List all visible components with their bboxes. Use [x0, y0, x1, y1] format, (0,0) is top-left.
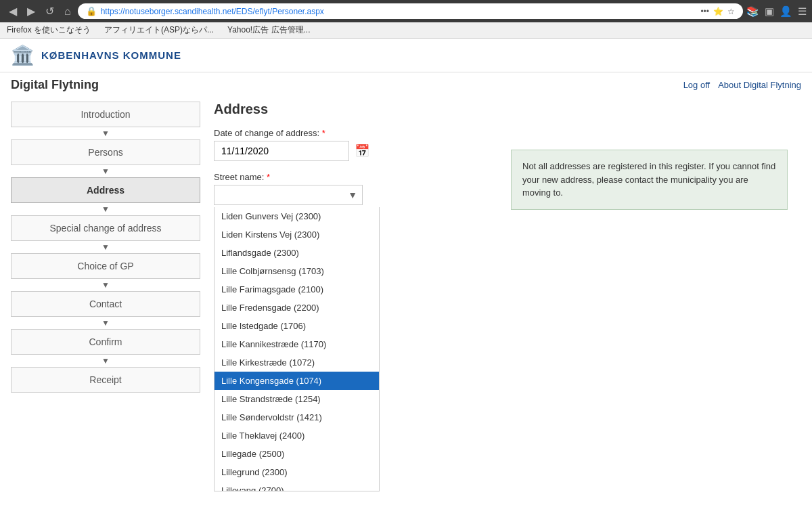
- sidebar-arrow-1: ▼: [11, 129, 200, 138]
- sidebar-item-contact[interactable]: Contact: [11, 291, 200, 317]
- dropdown-item-12[interactable]: Lille Theklavej (2400): [215, 426, 379, 445]
- more-icon: •••: [700, 7, 709, 16]
- info-section: Not all addresses are registered in this…: [511, 128, 788, 210]
- logo-area: 🏛️ KØBENHAVNS KOMMUNE: [11, 44, 181, 66]
- dropdown-item-4[interactable]: Lille Farimagsgade (2100): [215, 280, 379, 299]
- dropdown-item-3[interactable]: Lille Colbjørnsensg (1703): [215, 262, 379, 280]
- main-content: Introduction ▼ Persons ▼ Address ▼ Speci…: [0, 95, 812, 505]
- sidebar-item-special[interactable]: Special change of address: [11, 215, 200, 241]
- sidebar-label-receipt: Receipt: [89, 374, 121, 385]
- street-dropdown[interactable]: Liden Gunvers Vej (2300) Liden Kirstens …: [214, 207, 380, 491]
- date-label: Date of change of address: *: [214, 128, 491, 138]
- street-select-wrap: ▼: [214, 185, 363, 205]
- back-btn[interactable]: ◀: [5, 3, 20, 19]
- sidebar-arrow-2: ▼: [11, 167, 200, 176]
- dropdown-item-0[interactable]: Liden Gunvers Vej (2300): [215, 207, 379, 225]
- dropdown-item-7[interactable]: Lille Kannikestræde (1170): [215, 335, 379, 353]
- sidebar-label-introduction: Introduction: [81, 109, 130, 120]
- tab-icon[interactable]: ▣: [765, 5, 774, 18]
- info-box: Not all addresses are registered in this…: [511, 150, 788, 210]
- dropdown-item-9[interactable]: Lille Kongensgade (1074): [215, 372, 379, 390]
- page-title-bar: Digital Flytning Log off About Digital F…: [0, 72, 812, 95]
- page-title: Digital Flytning: [11, 78, 99, 92]
- dropdown-item-14[interactable]: Lillegrund (2300): [215, 463, 379, 481]
- browser-toolbar: Firefox を使いこなそう アフィリエイト(ASP)ならパ... Yahoo…: [0, 22, 812, 39]
- home-btn[interactable]: ⌂: [61, 4, 74, 19]
- dropdown-item-8[interactable]: Lille Kirkestræde (1072): [215, 353, 379, 372]
- form-section: Date of change of address: * 📅 Street na…: [214, 128, 491, 505]
- sidebar-item-introduction[interactable]: Introduction: [11, 102, 200, 127]
- library-icon[interactable]: 📚: [746, 5, 759, 18]
- sidebar-label-persons: Persons: [88, 147, 122, 158]
- sidebar-arrow-5: ▼: [11, 280, 200, 290]
- sidebar: Introduction ▼ Persons ▼ Address ▼ Speci…: [11, 95, 200, 505]
- sidebar-arrow-7: ▼: [11, 356, 200, 366]
- street-select[interactable]: [214, 185, 363, 205]
- menu-icon[interactable]: ☰: [798, 5, 807, 18]
- browser-right-icons: 📚 ▣ 👤 ☰: [746, 5, 807, 18]
- browser-chrome: ◀ ▶ ↺ ⌂ 🔒 https://notuseborger.scandihea…: [0, 0, 812, 22]
- dropdown-item-1[interactable]: Liden Kirstens Vej (2300): [215, 225, 379, 244]
- lock-icon: 🔒: [86, 6, 97, 16]
- bookmark-icon: ⭐: [713, 7, 723, 16]
- sidebar-item-persons[interactable]: Persons: [11, 139, 200, 165]
- page-header: 🏛️ KØBENHAVNS KOMMUNE: [0, 39, 812, 72]
- sidebar-item-address[interactable]: Address: [11, 177, 200, 203]
- about-link[interactable]: About Digital Flytning: [718, 80, 801, 90]
- sidebar-arrow-6: ▼: [11, 318, 200, 328]
- calendar-icon[interactable]: 📅: [355, 144, 369, 158]
- sidebar-item-gp[interactable]: Choice of GP: [11, 253, 200, 279]
- sidebar-item-receipt[interactable]: Receipt: [11, 367, 200, 393]
- date-input-wrap: 📅: [214, 141, 491, 161]
- logo-text: KØBENHAVNS KOMMUNE: [41, 49, 181, 61]
- logo-icon: 🏛️: [11, 44, 35, 66]
- bookmark-firefox[interactable]: Firefox を使いこなそう: [7, 24, 91, 36]
- sidebar-arrow-4: ▼: [11, 242, 200, 252]
- sidebar-label-confirm: Confirm: [89, 336, 122, 347]
- sidebar-arrow-3: ▼: [11, 204, 200, 214]
- forward-btn[interactable]: ▶: [24, 3, 39, 19]
- address-bar[interactable]: 🔒 https://notuseborger.scandihealth.net/…: [78, 3, 743, 19]
- street-required: *: [267, 172, 270, 182]
- section-title: Address: [214, 102, 788, 117]
- dropdown-item-15[interactable]: Lillevang (2700): [215, 481, 379, 491]
- dropdown-item-6[interactable]: Lille Istedgade (1706): [215, 317, 379, 335]
- dropdown-item-5[interactable]: Lille Fredensgade (2200): [215, 299, 379, 317]
- bookmark-asp[interactable]: アフィリエイト(ASP)ならパ...: [104, 24, 214, 36]
- street-row: Street name: * ▼ Liden Gunvers Vej (2300…: [214, 172, 491, 205]
- url-text: https://notuseborger.scandihealth.net/ED…: [101, 7, 697, 16]
- date-required: *: [322, 128, 325, 138]
- star-icon: ☆: [727, 7, 735, 16]
- sidebar-label-contact: Contact: [89, 299, 122, 309]
- bookmark-yahoo[interactable]: Yahoo!広告 広告管理...: [227, 24, 310, 36]
- sidebar-label-address: Address: [87, 185, 125, 196]
- right-content: Address Date of change of address: * 📅: [200, 95, 801, 505]
- sidebar-label-gp: Choice of GP: [77, 261, 133, 271]
- dropdown-item-10[interactable]: Lille Strandstræde (1254): [215, 390, 379, 408]
- street-label: Street name: *: [214, 172, 491, 182]
- reload-btn[interactable]: ↺: [42, 3, 58, 19]
- date-input[interactable]: [214, 141, 349, 161]
- dropdown-item-2[interactable]: Liflandsgade (2300): [215, 244, 379, 262]
- content-top: Date of change of address: * 📅 Street na…: [214, 128, 788, 505]
- dropdown-item-11[interactable]: Lille Søndervoldstr (1421): [215, 408, 379, 426]
- top-links: Log off About Digital Flytning: [683, 80, 801, 90]
- profile-icon[interactable]: 👤: [780, 5, 792, 18]
- dropdown-item-13[interactable]: Lillegade (2500): [215, 445, 379, 463]
- log-off-link[interactable]: Log off: [683, 80, 710, 90]
- sidebar-item-confirm[interactable]: Confirm: [11, 329, 200, 355]
- date-row: Date of change of address: * 📅: [214, 128, 491, 161]
- sidebar-label-special: Special change of address: [50, 223, 162, 234]
